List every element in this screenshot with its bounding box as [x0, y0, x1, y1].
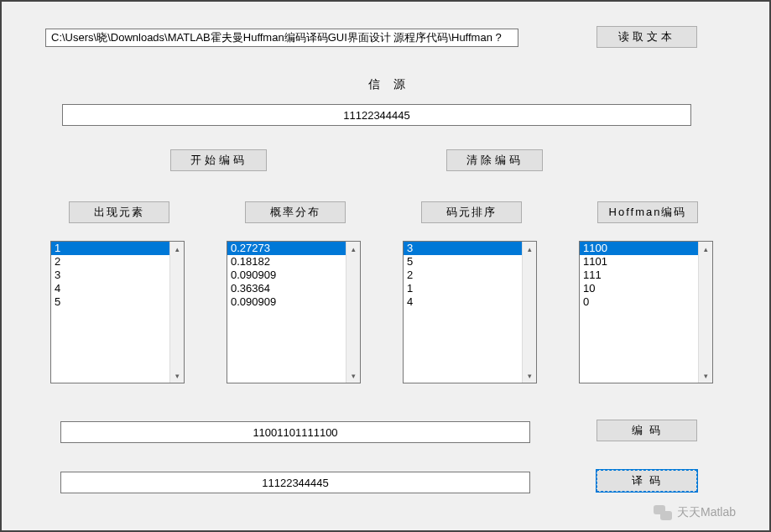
- chat-icon: [654, 505, 672, 520]
- read-text-label: 读取文本: [618, 29, 675, 44]
- sort-header[interactable]: 码元排序: [421, 201, 522, 223]
- hoffman-listbox[interactable]: 1100 1101 111 10 0 ▴ ▾: [579, 241, 713, 383]
- scroll-down-icon[interactable]: ▾: [346, 368, 360, 383]
- list-item[interactable]: 5: [404, 255, 522, 269]
- list-item[interactable]: 2: [404, 269, 522, 282]
- list-item[interactable]: 4: [51, 282, 169, 295]
- list-item[interactable]: 3: [51, 269, 169, 282]
- hoffman-listbox-content: 1100 1101 111 10 0: [580, 242, 698, 383]
- list-item[interactable]: 0.18182: [227, 255, 346, 269]
- prob-listbox-content: 0.27273 0.18182 0.090909 0.36364 0.09090…: [227, 242, 346, 383]
- clear-encode-label: 清除编码: [466, 153, 524, 168]
- list-item[interactable]: 10: [580, 282, 698, 295]
- list-item[interactable]: 1101: [580, 255, 698, 269]
- clear-encode-button[interactable]: 清除编码: [446, 149, 543, 171]
- list-item[interactable]: 4: [404, 295, 522, 309]
- decode-label: 译 码: [632, 473, 662, 488]
- scroll-up-icon[interactable]: ▴: [170, 242, 184, 256]
- sort-listbox-content: 3 5 2 1 4: [404, 242, 522, 383]
- list-item[interactable]: 0.090909: [227, 269, 346, 282]
- list-item[interactable]: 2: [51, 255, 169, 269]
- sort-listbox[interactable]: 3 5 2 1 4 ▴ ▾: [403, 241, 537, 383]
- encode-label: 编 码: [632, 423, 662, 438]
- list-item[interactable]: 0: [580, 295, 698, 309]
- scrollbar[interactable]: ▴ ▾: [522, 242, 536, 383]
- decoded-output-text: 11122344445: [262, 477, 329, 489]
- elements-listbox[interactable]: 1 2 3 4 5 ▴ ▾: [50, 241, 185, 383]
- list-item[interactable]: 1: [51, 242, 169, 255]
- encoded-output-field[interactable]: 11001101111100: [60, 421, 530, 443]
- list-item[interactable]: 0.090909: [227, 295, 346, 309]
- scrollbar[interactable]: ▴ ▾: [169, 242, 184, 383]
- list-item[interactable]: 0.27273: [227, 242, 346, 255]
- scrollbar[interactable]: ▴ ▾: [698, 242, 712, 383]
- source-value-text: 11122344445: [343, 109, 410, 122]
- list-item[interactable]: 0.36364: [227, 282, 346, 295]
- list-item[interactable]: 111: [580, 269, 698, 282]
- encode-button[interactable]: 编 码: [596, 420, 697, 441]
- list-item[interactable]: 1: [404, 282, 522, 295]
- decoded-output-field[interactable]: 11122344445: [60, 472, 530, 493]
- scroll-down-icon[interactable]: ▾: [699, 368, 712, 383]
- prob-listbox[interactable]: 0.27273 0.18182 0.090909 0.36364 0.09090…: [227, 241, 361, 383]
- prob-header[interactable]: 概率分布: [245, 201, 346, 223]
- scroll-up-icon[interactable]: ▴: [699, 242, 712, 256]
- list-item[interactable]: 1100: [580, 242, 698, 255]
- scroll-down-icon[interactable]: ▾: [170, 368, 184, 383]
- elements-header[interactable]: 出现元素: [69, 201, 169, 223]
- list-item[interactable]: 5: [51, 295, 169, 309]
- list-item[interactable]: 3: [404, 242, 522, 255]
- decode-button[interactable]: 译 码: [596, 470, 697, 492]
- start-encode-label: 开始编码: [190, 153, 247, 168]
- scroll-up-icon[interactable]: ▴: [346, 242, 360, 256]
- watermark: 天天Matlab: [654, 505, 736, 520]
- source-value-field[interactable]: 11122344445: [62, 104, 691, 126]
- read-text-button[interactable]: 读取文本: [596, 26, 697, 48]
- file-path-text: C:\Users\晓\Downloads\MATLAB霍夫曼Huffman编码译…: [51, 30, 502, 45]
- elements-listbox-content: 1 2 3 4 5: [51, 242, 169, 383]
- watermark-text: 天天Matlab: [677, 505, 736, 520]
- scroll-up-icon[interactable]: ▴: [523, 242, 536, 256]
- encoded-output-text: 11001101111100: [253, 426, 337, 439]
- scrollbar[interactable]: ▴ ▾: [346, 242, 360, 383]
- scroll-down-icon[interactable]: ▾: [523, 368, 536, 383]
- source-label: 信 源: [356, 77, 423, 92]
- hoffman-header[interactable]: Hoffman编码: [597, 201, 698, 223]
- start-encode-button[interactable]: 开始编码: [170, 149, 267, 171]
- file-path-field[interactable]: C:\Users\晓\Downloads\MATLAB霍夫曼Huffman编码译…: [45, 29, 518, 47]
